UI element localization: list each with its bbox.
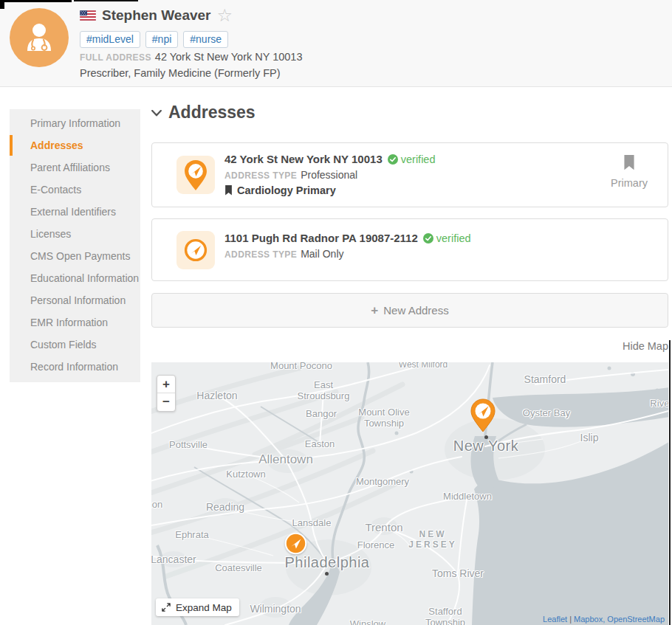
provider-profile-page: Stephen Weaver ☆ #midLevel #npi #nurse F… [0,0,672,625]
map-label: Stafford Township [425,606,465,625]
verified-label: verified [401,153,436,165]
tag-list: #midLevel #npi #nurse [80,31,228,48]
map-label: Trenton [365,521,402,534]
render-artifact [0,0,4,9]
chevron-down-icon [151,110,162,117]
section-title: Addresses [168,103,256,122]
avatar [10,8,69,67]
address-text: 42 York St New York NY 10013 [224,153,383,165]
verified-badge: verified [388,153,436,165]
address-text: 1101 Pugh Rd Radnor PA 19087-2112 [224,232,418,244]
map-label: Stamford [524,373,566,386]
check-circle-icon [423,233,433,244]
favorite-star-icon[interactable]: ☆ [216,7,233,24]
map-label: Reading [206,501,244,514]
check-circle-icon [388,154,398,165]
map-pin-navigation-icon [176,156,215,194]
profile-header: Stephen Weaver ☆ #midLevel #npi #nurse F… [0,0,672,87]
address-type-value: Professional [301,169,357,181]
map-zoom-control: + − [157,375,176,412]
sidebar-item-parent-affiliations[interactable]: Parent Affiliations [10,156,140,179]
expand-map-label: Expand Map [176,602,232,613]
profile-nav-sidebar: Primary Information Addresses Parent Aff… [10,109,140,382]
map-marker-circle-philadelphia[interactable] [284,532,307,555]
map-label: East Stroudsburg [298,379,350,402]
city-dot-philadelphia [325,572,329,576]
address-card-2[interactable]: 1101 Pugh Rd Radnor PA 19087-2112 verifi… [151,218,668,281]
map-label: Lancaster [151,553,196,566]
zoom-in-button[interactable]: + [157,376,175,393]
address-type-label: ADDRESS TYPE [224,170,297,181]
primary-address-badge[interactable]: Primary [601,155,657,189]
sidebar-item-emr-information[interactable]: EMR Information [10,311,140,334]
map-attribution: Leaflet | Mapbox, OpenStreetMap [543,615,665,624]
plus-icon: + [371,303,378,318]
map-label: Riverhead [650,398,668,409]
map-label: Oyster Bay [523,407,570,418]
map-label: Wilmington [250,603,301,615]
openstreetmap-link[interactable]: OpenStreetMap [607,615,665,624]
sidebar-item-record-information[interactable]: Record Information [10,356,140,378]
map-label: New York [453,438,519,455]
tag-nurse[interactable]: #nurse [183,31,228,48]
address-type-value: Mail Only [301,248,343,260]
bookmark-icon [623,155,635,170]
full-address-row: FULL ADDRESS42 York St New York NY 10013 [80,51,302,63]
new-address-button[interactable]: + New Address [151,293,668,328]
map-label: West Milford [399,362,448,370]
sidebar-item-external-identifiers[interactable]: External Identifiers [10,201,140,223]
map-label: Coatesville [215,562,262,573]
new-address-label: New Address [383,304,448,317]
address-card-1[interactable]: 42 York St New York NY 10013 verified AD… [151,142,668,207]
sidebar-item-primary-information[interactable]: Primary Information [10,112,140,134]
addresses-section: Addresses 42 York St New York NY 10013 [151,100,668,124]
section-header[interactable]: Addresses [151,100,668,124]
compass-navigation-icon [176,231,215,269]
expand-arrows-icon [162,603,171,612]
map-marker-pin-new-york[interactable] [470,398,496,432]
scrollbar-artifact [669,340,671,625]
sidebar-item-custom-fields[interactable]: Custom Fields [10,334,140,356]
mapbox-link[interactable]: Mapbox, [574,615,605,624]
bookmark-icon [224,185,233,196]
map-label: NEW JERSEY [408,529,456,550]
tag-midlevel[interactable]: #midLevel [80,31,140,48]
verified-label: verified [436,232,471,244]
doctor-icon [21,20,57,55]
primary-badge-label: Primary [601,177,657,189]
hide-map-link[interactable]: Hide Map [623,340,668,352]
map-label: Pottsville [169,439,208,450]
map-label: Allentown [258,452,313,467]
tag-npi[interactable]: #npi [145,31,178,48]
sidebar-item-addresses[interactable]: Addresses [10,134,140,156]
us-flag-icon [80,10,96,21]
map-label: Mount Pocono [270,362,332,372]
sidebar-item-licenses[interactable]: Licenses [10,223,140,245]
map-label: Philadelphia [285,554,370,572]
full-address-value: 42 York St New York NY 10013 [155,51,303,63]
map-label: Lansdale [292,517,332,528]
sidebar-item-e-contacts[interactable]: E-Contacts [10,179,140,201]
address-rank-label: Cardiology Primary [237,184,336,196]
verified-badge: verified [423,232,471,244]
sidebar-item-cms-open-payments[interactable]: CMS Open Payments [10,245,140,267]
leaflet-link[interactable]: Leaflet [543,615,567,624]
map-label: Kutztown [226,469,265,480]
render-artifact [74,0,138,1]
sidebar-item-educational-information[interactable]: Educational Information [10,267,140,289]
map-label: Hazleton [196,390,237,402]
map-label: Winslow [350,618,385,625]
map-label: Florence [357,539,395,550]
map-label: Montgomery [356,476,409,487]
expand-map-button[interactable]: Expand Map [156,598,239,616]
map-label: Toms River [432,567,484,580]
addresses-map[interactable]: Mount PoconoHazletonEast StroudsburgBang… [151,362,668,625]
city-dot-new-york [484,435,488,439]
attribution-separator: | [569,615,572,624]
zoom-out-button[interactable]: − [157,393,175,411]
address-type-label: ADDRESS TYPE [224,249,297,260]
map-label: Bangor [306,408,337,419]
sidebar-item-personal-information[interactable]: Personal Information [10,289,140,311]
provider-name: Stephen Weaver [102,7,210,24]
full-address-label: FULL ADDRESS [80,52,151,63]
